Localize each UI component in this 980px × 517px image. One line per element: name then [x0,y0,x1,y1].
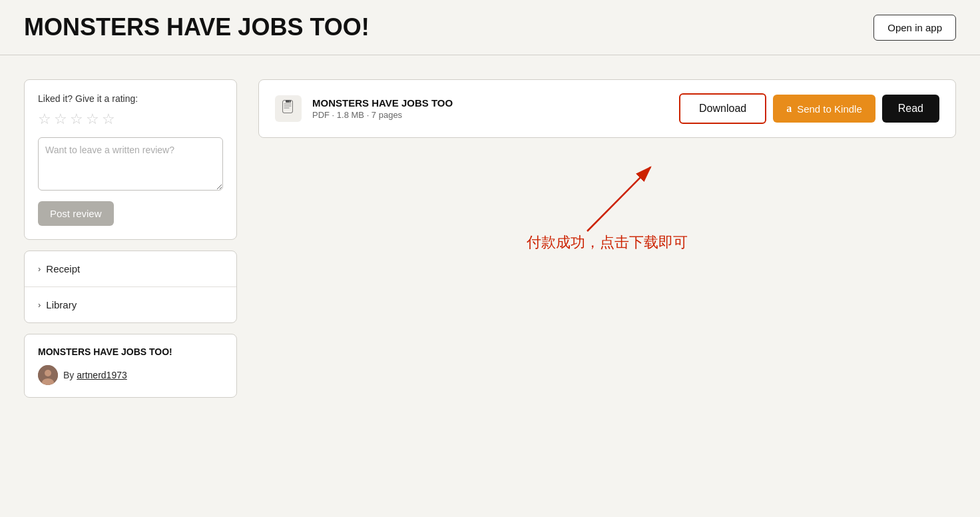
star-2[interactable]: ☆ [54,111,67,128]
download-button[interactable]: Download [679,93,766,124]
accordion-card: › Receipt › Library [24,251,237,323]
star-4[interactable]: ☆ [86,111,99,128]
author-text: By artnerd1973 [63,370,127,380]
document-card: MONSTERS HAVE JOBS TOO PDF · 1.8 MB · 7 … [258,79,956,138]
review-textarea[interactable] [38,137,223,191]
annotation-arrow [534,159,680,233]
document-info: MONSTERS HAVE JOBS TOO PDF · 1.8 MB · 7 … [312,97,668,120]
svg-line-7 [587,167,650,231]
rating-label: Liked it? Give it a rating: [38,93,223,104]
document-icon-wrap [275,95,302,122]
document-actions: Download a Send to Kindle Read [679,93,939,124]
right-content: MONSTERS HAVE JOBS TOO PDF · 1.8 MB · 7 … [258,79,956,279]
send-to-kindle-label: Send to Kindle [797,103,862,115]
svg-point-1 [45,370,51,376]
star-5[interactable]: ☆ [102,111,115,128]
avatar [38,365,58,385]
page-header: MONSTERS HAVE JOBS TOO! Open in app [0,0,980,55]
book-info-title: MONSTERS HAVE JOBS TOO! [38,346,223,357]
annotation-text: 付款成功，点击下载即可 [527,233,688,253]
chevron-right-icon: › [38,300,41,310]
annotation-area: 付款成功，点击下载即可 [258,159,956,279]
document-icon [280,99,296,119]
book-author-row: By artnerd1973 [38,365,223,385]
open-in-app-button[interactable]: Open in app [873,15,956,41]
star-rating[interactable]: ☆ ☆ ☆ ☆ ☆ [38,111,223,128]
svg-rect-5 [286,100,291,103]
send-to-kindle-button[interactable]: a Send to Kindle [773,95,875,123]
rating-card: Liked it? Give it a rating: ☆ ☆ ☆ ☆ ☆ Po… [24,79,237,240]
accordion-library-label: Library [46,299,77,310]
star-3[interactable]: ☆ [70,111,83,128]
post-review-button[interactable]: Post review [38,201,114,226]
star-1[interactable]: ☆ [38,111,51,128]
sidebar: Liked it? Give it a rating: ☆ ☆ ☆ ☆ ☆ Po… [24,79,237,398]
chevron-right-icon: › [38,264,41,274]
read-button[interactable]: Read [882,95,939,123]
accordion-item-receipt[interactable]: › Receipt [25,251,236,287]
main-content: Liked it? Give it a rating: ☆ ☆ ☆ ☆ ☆ Po… [0,55,980,422]
document-name: MONSTERS HAVE JOBS TOO [312,97,668,109]
author-link[interactable]: artnerd1973 [77,370,127,380]
accordion-item-library[interactable]: › Library [25,287,236,322]
amazon-icon: a [786,103,792,115]
page-title: MONSTERS HAVE JOBS TOO! [24,13,369,41]
document-meta: PDF · 1.8 MB · 7 pages [312,110,668,120]
book-info-card: MONSTERS HAVE JOBS TOO! By artnerd1973 [24,334,237,398]
accordion-receipt-label: Receipt [46,263,80,274]
